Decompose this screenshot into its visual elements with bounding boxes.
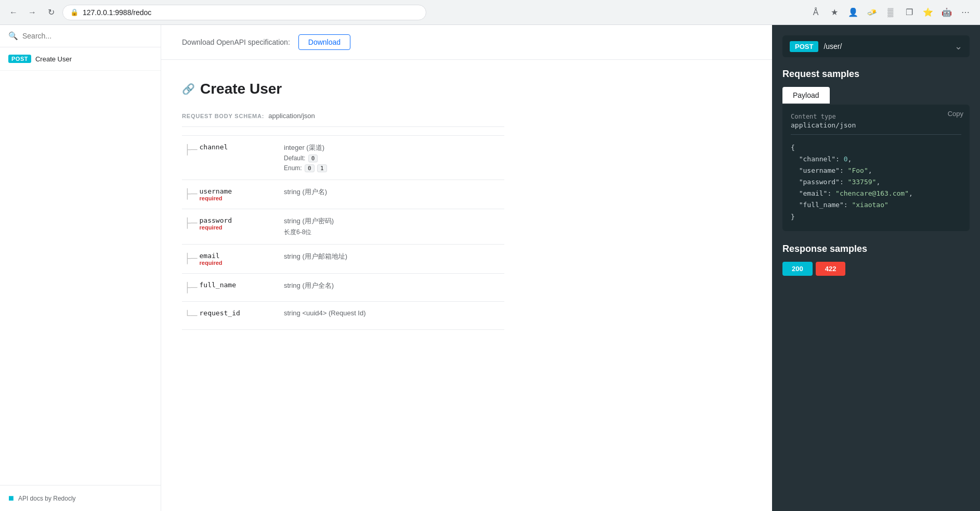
- schema-type: application/json: [268, 112, 315, 120]
- code-full-name-line: "full_name": "xiaotao": [791, 199, 961, 211]
- schema-label: REQUEST BODY SCHEMA:: [182, 113, 264, 119]
- default-val-channel: 0: [308, 155, 318, 162]
- method-badge-post: POST: [8, 55, 31, 63]
- field-name-full-name: full_name: [200, 281, 236, 289]
- split-view-button[interactable]: ▒: [882, 4, 899, 21]
- field-row-request-id: └─ request_id string <uuid4> (Request Id…: [182, 302, 504, 330]
- tree-connector: ├─: [184, 143, 198, 156]
- code-block: Content type application/json Copy { "ch…: [782, 105, 970, 231]
- field-info-channel: integer (渠道) Default: 0 Enum: 0 1: [284, 143, 504, 172]
- profile-button[interactable]: 👤: [845, 4, 861, 21]
- field-tree-request-id: └─ request_id: [182, 309, 276, 322]
- link-icon: 🔗: [182, 83, 195, 95]
- field-type-username: string (用户名): [284, 187, 504, 197]
- field-default-channel: Default: 0: [284, 155, 504, 162]
- endpoint-path: /user/: [824, 42, 949, 50]
- favorites-bar-button[interactable]: ⭐: [920, 4, 936, 21]
- top-bar: Download OpenAPI specification: Download: [161, 25, 772, 60]
- chevron-down-icon[interactable]: ⌄: [955, 41, 962, 52]
- extensions-button[interactable]: 🧈: [864, 4, 880, 21]
- endpoint-bar: POST /user/ ⌄: [782, 35, 970, 57]
- content-type-label: Content type: [791, 113, 961, 120]
- field-name-col-email: email required: [200, 252, 223, 266]
- code-close-brace: }: [791, 211, 961, 223]
- field-extra-password: 长度6-8位: [284, 228, 504, 237]
- search-icon: 🔍: [8, 31, 18, 41]
- enum-val-1: 1: [317, 164, 327, 172]
- field-info-password: string (用户密码) 长度6-8位: [284, 216, 504, 237]
- field-name-username: username: [200, 187, 232, 195]
- search-input[interactable]: [22, 32, 152, 40]
- sidebar: 🔍 POST Create User ■ API docs by Redocly: [0, 25, 161, 511]
- required-badge-username: required: [200, 195, 232, 201]
- address-bar[interactable]: 🔒 127.0.0.1:9988/redoc: [62, 5, 426, 20]
- field-tree-full-name: ├─ full_name: [182, 281, 276, 294]
- right-panel-inner: POST /user/ ⌄ Request samples Payload Co…: [772, 25, 980, 286]
- browser-toolbar: Å ★ 👤 🧈 ▒ ❐ ⭐ 🤖 ⋯: [807, 4, 974, 21]
- sidebar-item-create-user[interactable]: POST Create User: [0, 47, 161, 71]
- more-button[interactable]: ⋯: [957, 4, 974, 21]
- tree-connector-request-id: └─: [184, 309, 198, 322]
- sidebar-item-label: Create User: [35, 55, 72, 63]
- field-name-channel: channel: [200, 143, 228, 151]
- back-button[interactable]: ←: [6, 5, 21, 20]
- field-type-request-id: string <uuid4> (Request Id): [284, 309, 504, 317]
- required-badge-password: required: [200, 224, 232, 231]
- required-badge-email: required: [200, 260, 223, 266]
- code-username-line: "username": "Foo",: [791, 165, 961, 176]
- redocly-logo-icon: ■: [8, 493, 14, 504]
- field-tree-username: ├─ username required: [182, 187, 276, 201]
- enum-val-0: 0: [305, 164, 315, 172]
- openapi-spec-text: Download OpenAPI specification:: [182, 38, 290, 46]
- content-area: 🔗 Create User REQUEST BODY SCHEMA: appli…: [161, 60, 525, 351]
- field-tree-password: ├─ password required: [182, 216, 276, 231]
- payload-tab-button[interactable]: Payload: [782, 87, 830, 104]
- field-info-full-name: string (用户全名): [284, 281, 504, 290]
- response-tab-422[interactable]: 422: [816, 262, 846, 276]
- copilot-button[interactable]: 🤖: [938, 4, 955, 21]
- sidebar-footer-text: API docs by Redocly: [18, 495, 76, 502]
- field-type-email: string (用户邮箱地址): [284, 252, 504, 261]
- lock-icon: 🔒: [70, 8, 79, 16]
- field-info-username: string (用户名): [284, 187, 504, 197]
- code-open-brace: {: [791, 142, 961, 154]
- tree-connector-username: ├─: [184, 187, 198, 200]
- field-name-col-request-id: request_id: [200, 309, 240, 317]
- field-type-channel: integer (渠道): [284, 143, 504, 152]
- payload-tabs: Payload: [782, 87, 970, 104]
- translate-button[interactable]: Å: [807, 4, 824, 21]
- field-info-request-id: string <uuid4> (Request Id): [284, 309, 504, 317]
- sidebar-search-container[interactable]: 🔍: [0, 25, 161, 47]
- right-panel: POST /user/ ⌄ Request samples Payload Co…: [772, 25, 980, 511]
- app-container: 🔍 POST Create User ■ API docs by Redocly…: [0, 25, 980, 511]
- collections-button[interactable]: ❐: [901, 4, 918, 21]
- schema-header: REQUEST BODY SCHEMA: application/json: [182, 112, 504, 127]
- forward-button[interactable]: →: [25, 5, 40, 20]
- response-samples-title: Response samples: [782, 244, 970, 254]
- request-samples-title: Request samples: [782, 69, 970, 80]
- field-type-password: string (用户密码): [284, 216, 504, 226]
- field-row-email: ├─ email required string (用户邮箱地址): [182, 245, 504, 274]
- sidebar-footer: ■ API docs by Redocly: [0, 485, 161, 511]
- copy-button[interactable]: Copy: [948, 110, 963, 118]
- response-tab-200[interactable]: 200: [782, 262, 813, 276]
- field-name-col-full-name: full_name: [200, 281, 236, 289]
- browser-chrome: ← → ↻ 🔒 127.0.0.1:9988/redoc Å ★ 👤 🧈 ▒ …: [0, 0, 980, 25]
- response-tabs: 200 422: [782, 262, 970, 276]
- content-type-value: application/json: [791, 121, 961, 135]
- field-row-channel: ├─ channel integer (渠道) Default: 0 Enum:…: [182, 136, 504, 180]
- code-email-line: "email": "chencare@163.com",: [791, 188, 961, 199]
- field-info-email: string (用户邮箱地址): [284, 252, 504, 261]
- code-password-line: "password": "33759",: [791, 176, 961, 188]
- endpoint-method: POST: [790, 41, 818, 52]
- url-text: 127.0.0.1:9988/redoc: [83, 8, 151, 17]
- tree-connector-full-name: ├─: [184, 281, 198, 294]
- field-name-col-channel: channel: [200, 143, 228, 151]
- field-name-password: password: [200, 216, 232, 224]
- refresh-button[interactable]: ↻: [44, 5, 58, 20]
- tree-connector-password: ├─: [184, 216, 198, 229]
- download-button[interactable]: Download: [298, 34, 350, 50]
- field-name-request-id: request_id: [200, 309, 240, 317]
- code-channel-line: "channel": 0,: [791, 154, 961, 165]
- favorites-button[interactable]: ★: [826, 4, 843, 21]
